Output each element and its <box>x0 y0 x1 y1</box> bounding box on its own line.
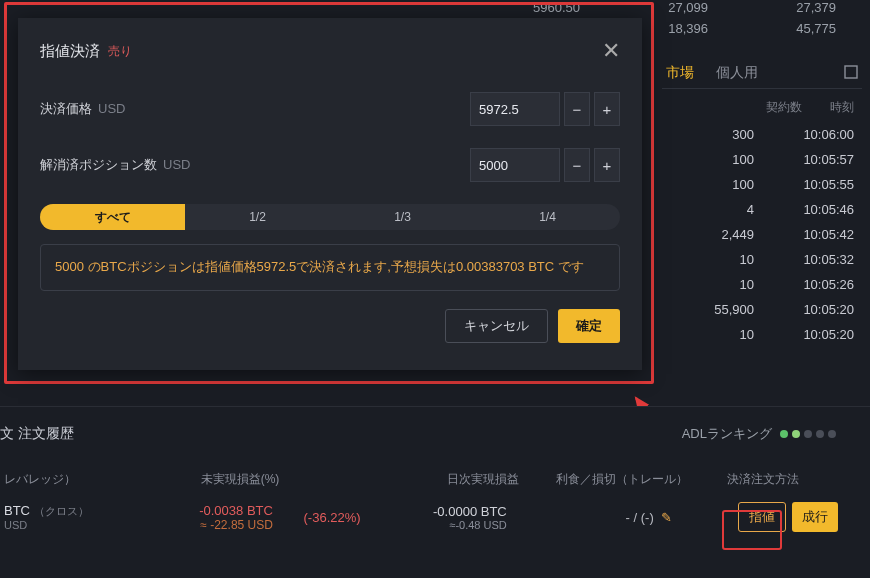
qty-minus-button[interactable]: − <box>564 148 590 182</box>
price-minus-button[interactable]: − <box>564 92 590 126</box>
trade-qty: 4 <box>694 202 754 217</box>
close-market-button[interactable]: 成行 <box>792 502 838 532</box>
trade-row: 30010:06:00 <box>662 122 862 147</box>
qty-fraction-segments: すべて 1/2 1/3 1/4 <box>40 204 620 230</box>
col-unrealized-pnl: 未実現損益(%) <box>110 471 280 488</box>
positions-section: 文 注文履歴 ADLランキング レバレッジ） 未実現損益(%) 日次実現損益 利… <box>0 406 870 578</box>
edit-tpsl-icon[interactable]: ✎ <box>661 510 672 525</box>
tpsl-value: - / (-) <box>626 510 654 525</box>
position-row: BTC （クロス） USD -0.0038 BTC ≈ -22.85 USD (… <box>0 498 854 536</box>
unrealized-pnl-usd: ≈ -22.85 USD <box>107 518 273 532</box>
trade-qty: 100 <box>694 177 754 192</box>
qty-label: 解消済ポジション数USD <box>40 156 190 174</box>
cancel-button[interactable]: キャンセル <box>445 309 548 343</box>
close-icon[interactable]: ✕ <box>602 38 620 64</box>
close-limit-button[interactable]: 指値 <box>738 502 786 532</box>
price-plus-button[interactable]: + <box>594 92 620 126</box>
limit-close-modal: 指値決済 売り ✕ 決済価格USD − + 解消済ポジション数USD − + す… <box>18 18 642 370</box>
seg-all[interactable]: すべて <box>40 204 185 230</box>
col-tpsl: 利食／損切（トレール） <box>519 471 689 488</box>
trade-row: 10010:05:57 <box>662 147 862 172</box>
seg-third[interactable]: 1/3 <box>330 204 475 230</box>
symbol: BTC <box>4 503 30 518</box>
trade-row: 410:05:46 <box>662 197 862 222</box>
trade-time: 10:05:20 <box>774 302 854 317</box>
daily-pnl-btc: -0.0000 BTC <box>361 504 507 519</box>
col-leverage: レバレッジ） <box>0 471 110 488</box>
trade-qty: 300 <box>694 127 754 142</box>
fullscreen-icon[interactable] <box>844 65 858 82</box>
bg-num: 27,099 <box>598 0 708 15</box>
qty-input[interactable] <box>470 148 560 182</box>
tab-personal[interactable]: 個人用 <box>716 64 758 82</box>
trade-time: 10:05:20 <box>774 327 854 342</box>
trade-time: 10:05:57 <box>774 152 854 167</box>
trade-row: 1010:05:26 <box>662 272 862 297</box>
col-head-qty: 契約数 <box>766 99 802 116</box>
qty-plus-button[interactable]: + <box>594 148 620 182</box>
unrealized-pnl-pct: (-36.22%) <box>273 510 361 525</box>
price-label: 決済価格USD <box>40 100 125 118</box>
trade-row: 1010:05:20 <box>662 322 862 347</box>
seg-half[interactable]: 1/2 <box>185 204 330 230</box>
daily-pnl-usd: ≈-0.48 USD <box>361 519 507 531</box>
trade-row: 55,90010:05:20 <box>662 297 862 322</box>
tab-market[interactable]: 市場 <box>666 64 694 82</box>
trade-time: 10:05:42 <box>774 227 854 242</box>
col-close-method: 決済注文方法 <box>688 471 838 488</box>
trade-row: 1010:05:32 <box>662 247 862 272</box>
trade-time: 10:05:32 <box>774 252 854 267</box>
modal-title: 指値決済 売り <box>40 42 132 61</box>
trade-row: 2,44910:05:42 <box>662 222 862 247</box>
trade-row: 10010:05:55 <box>662 172 862 197</box>
seg-quarter[interactable]: 1/4 <box>475 204 620 230</box>
bg-num: 5960.50 <box>500 0 580 15</box>
trade-qty: 100 <box>694 152 754 167</box>
cross-label: （クロス） <box>34 505 89 517</box>
recent-trades-panel: 市場 個人用 契約数 時刻 30010:06:0010010:05:571001… <box>662 58 862 347</box>
trade-time: 10:05:46 <box>774 202 854 217</box>
info-msg: 5000 のBTCポジションは指値価格5972.5で決済されます,予想損失は0.… <box>40 244 620 291</box>
bg-num: 27,379 <box>726 0 836 15</box>
side-label: 売り <box>108 43 132 60</box>
section-title: 文 注文履歴 <box>0 425 74 443</box>
trade-qty: 10 <box>694 327 754 342</box>
trade-qty: 2,449 <box>694 227 754 242</box>
bg-num: 45,775 <box>726 21 836 36</box>
svg-rect-0 <box>845 66 857 78</box>
trade-time: 10:06:00 <box>774 127 854 142</box>
adl-label: ADLランキング <box>682 425 772 443</box>
trade-qty: 55,900 <box>694 302 754 317</box>
trade-qty: 10 <box>694 277 754 292</box>
trade-time: 10:05:26 <box>774 277 854 292</box>
trade-qty: 10 <box>694 252 754 267</box>
confirm-button[interactable]: 確定 <box>558 309 620 343</box>
quote-symbol: USD <box>4 519 107 531</box>
adl-dots <box>780 430 836 438</box>
trade-time: 10:05:55 <box>774 177 854 192</box>
col-head-time: 時刻 <box>830 99 854 116</box>
unrealized-pnl-btc: -0.0038 BTC <box>107 503 273 518</box>
col-daily-pnl: 日次実現損益 <box>369 471 519 488</box>
price-input[interactable] <box>470 92 560 126</box>
